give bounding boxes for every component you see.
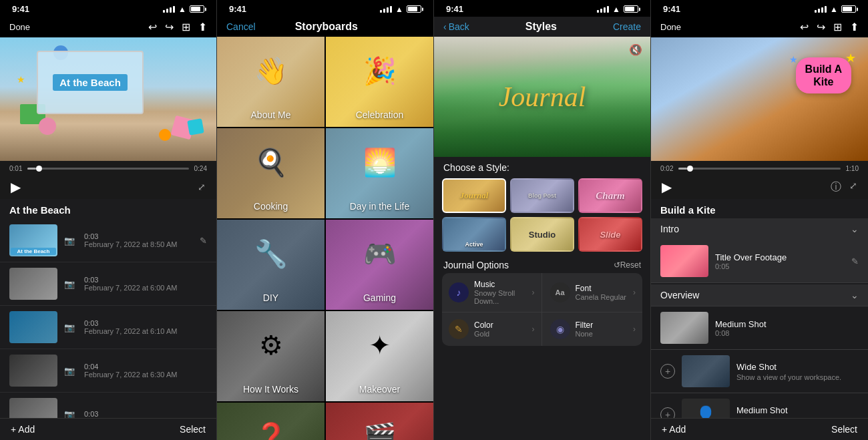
clip-meta-2: 0:03 February 7, 2022 at 6:00 AM: [84, 276, 207, 292]
clip-edit-1[interactable]: ✎: [200, 236, 207, 246]
nav-icons-4: ↩ ↪ ⊞ ⬆: [800, 21, 859, 33]
clip-label-1: At the Beach: [11, 248, 56, 255]
style-thumb-journal[interactable]: Journal: [442, 178, 506, 213]
camera-icon-1: 📷: [64, 236, 75, 246]
clip-item-4[interactable]: 📷 0:04 February 7, 2022 at 6:30 AM: [0, 349, 216, 393]
wifi-icon: ▲: [178, 5, 186, 14]
frame-icon-1[interactable]: ⊞: [182, 21, 190, 33]
select-button-1[interactable]: Select: [180, 424, 206, 435]
create-button-3[interactable]: Create: [613, 21, 641, 32]
phone-2: 9:41 ▲ Cancel Storyboards 👋 About Me 🎉 C…: [217, 0, 434, 440]
font-label: Font: [576, 284, 626, 293]
redo-icon-1[interactable]: ↪: [165, 21, 174, 33]
back-button-3[interactable]: ‹ Back: [443, 21, 469, 32]
style-thumb-studio[interactable]: Studio: [510, 217, 574, 252]
progress-bar-4[interactable]: [678, 168, 840, 170]
font-option[interactable]: Aa Font Canela Regular ›: [544, 273, 643, 312]
choose-style-label: Choose a Style:: [434, 157, 650, 176]
phone-1: 9:41 ▲ Done ↩ ↪ ⊞ ⬆ ★ At the Beach: [0, 0, 217, 440]
redo-icon-4[interactable]: ↪: [817, 21, 825, 33]
music-option[interactable]: ♪ Music Snowy Stroll Down... ›: [442, 273, 542, 312]
overview-item-2[interactable]: + Wide Shot Show a view of your workspac…: [651, 350, 868, 393]
overview-title-1: Medium Shot: [715, 319, 859, 329]
add-button-1[interactable]: + Add: [11, 424, 35, 435]
undo-icon-1[interactable]: ↩: [148, 21, 157, 33]
cancel-button-2[interactable]: Cancel: [226, 21, 256, 32]
frame-icon-4[interactable]: ⊞: [833, 21, 842, 33]
filter-arrow: ›: [633, 324, 636, 334]
sb-label-about-me: About Me: [217, 109, 324, 120]
clip-date-3: February 7, 2022 at 6:10 AM: [84, 327, 207, 335]
sb-label-makeover: Makeover: [326, 384, 433, 395]
sb-label-diy: DIY: [217, 292, 324, 303]
overview-item-1[interactable]: Medium Shot 0:08: [651, 306, 868, 350]
back-label-3: Back: [449, 21, 469, 32]
done-button-4[interactable]: Done: [660, 22, 681, 32]
intro-edit-icon[interactable]: ✎: [851, 256, 859, 266]
sb-item-about-me[interactable]: 👋 About Me: [217, 37, 324, 127]
clip-meta-4: 0:04 February 7, 2022 at 6:30 AM: [84, 363, 207, 379]
progress-bar-1[interactable]: [27, 168, 188, 170]
sb-item-makeover[interactable]: ✦ Makeover: [326, 311, 433, 401]
overview-meta-1: Medium Shot 0:08: [715, 319, 859, 337]
sb-item-day-life[interactable]: 🌅 Day in the Life: [326, 128, 433, 218]
overview-chevron[interactable]: ⌄: [851, 290, 859, 300]
color-option[interactable]: ✎ Color Gold ›: [442, 312, 542, 346]
clip-item-1[interactable]: At the Beach 📷 0:03 February 7, 2022 at …: [0, 219, 216, 262]
intro-item-title: Title Over Footage: [715, 252, 845, 262]
play-button-1[interactable]: ▶: [11, 179, 21, 195]
journal-options-header: Journal Options ↺Reset: [434, 254, 650, 273]
sb-item-how-it-works[interactable]: ⚙ How It Works: [217, 311, 324, 401]
clip-thumb-4: [9, 355, 57, 387]
overview-header-title: Overview: [660, 290, 699, 300]
how-works-icon: ⚙: [217, 330, 324, 361]
reset-button[interactable]: ↺Reset: [614, 260, 641, 270]
filter-option[interactable]: ◉ Filter None ›: [544, 312, 643, 346]
journal-thumb-label: Journal: [443, 190, 505, 201]
sb-item-film[interactable]: 🎬 Film: [326, 403, 433, 440]
select-button-4[interactable]: Select: [831, 424, 857, 435]
sb-item-qa[interactable]: ❓ Q&A: [217, 403, 324, 440]
storyboard-grid[interactable]: 👋 About Me 🎉 Celebration 🍳 Cooking 🌅 Day…: [217, 37, 433, 440]
info-button-4[interactable]: ⓘ: [831, 180, 841, 194]
sb-item-gaming[interactable]: 🎮 Gaming: [326, 220, 433, 310]
wifi-icon-4: ▲: [830, 5, 838, 14]
add-button-4[interactable]: + Add: [662, 424, 686, 435]
expand-button-1[interactable]: ⤢: [198, 182, 206, 192]
mute-icon[interactable]: 🔇: [629, 43, 642, 56]
done-button-1[interactable]: Done: [9, 22, 30, 32]
clip-item-2[interactable]: 📷 0:03 February 7, 2022 at 6:00 AM: [0, 262, 216, 306]
sb-item-cooking[interactable]: 🍳 Cooking: [217, 128, 324, 218]
share-icon-4[interactable]: ⬆: [850, 21, 859, 33]
status-icons-3: ▲: [597, 5, 638, 14]
signal-icon-2: [380, 6, 392, 13]
intro-chevron[interactable]: ⌄: [851, 224, 859, 234]
clip-meta-3: 0:03 February 7, 2022 at 6:10 AM: [84, 319, 207, 335]
share-icon-1[interactable]: ⬆: [198, 21, 207, 33]
sb-item-diy[interactable]: 🔧 DIY: [217, 220, 324, 310]
intro-section: Intro ⌄ Title Over Footage 0:05 ✎: [651, 218, 868, 283]
style-thumb-slide[interactable]: Slide: [578, 217, 642, 252]
clip-list-1[interactable]: At the Beach 📷 0:03 February 7, 2022 at …: [0, 219, 216, 418]
control-right: ⓘ ⤢: [831, 180, 857, 194]
style-thumb-active[interactable]: Active: [442, 217, 506, 252]
sb-item-celebration[interactable]: 🎉 Celebration: [326, 37, 433, 127]
style-thumb-blogpost[interactable]: Blog Post: [510, 178, 574, 213]
clip-date-1: February 7, 2022 at 8:50 AM: [84, 240, 193, 248]
beach-title-badge: At the Beach: [53, 74, 128, 91]
end-time-1: 0:24: [194, 165, 207, 172]
add-circle-2[interactable]: +: [660, 364, 675, 379]
battery-icon-4: [841, 5, 856, 13]
style-thumb-charm[interactable]: Charm: [578, 178, 642, 213]
overview-thumb-1: [660, 312, 708, 344]
clip-item-5[interactable]: 📷 0:03: [0, 393, 216, 418]
clip-thumb-5: [9, 398, 57, 418]
clip-item-3[interactable]: 📷 0:03 February 7, 2022 at 6:10 AM: [0, 306, 216, 349]
play-button-4[interactable]: ▶: [662, 179, 672, 195]
undo-icon-4[interactable]: ↩: [800, 21, 809, 33]
overview-item-3[interactable]: + 👤 Medium Shot What makes this project …: [651, 393, 868, 418]
music-content: Music Snowy Stroll Down...: [474, 280, 527, 305]
expand-button-4[interactable]: ⤢: [849, 180, 857, 194]
intro-item[interactable]: Title Over Footage 0:05 ✎: [651, 240, 868, 283]
add-circle-3[interactable]: +: [660, 407, 675, 418]
